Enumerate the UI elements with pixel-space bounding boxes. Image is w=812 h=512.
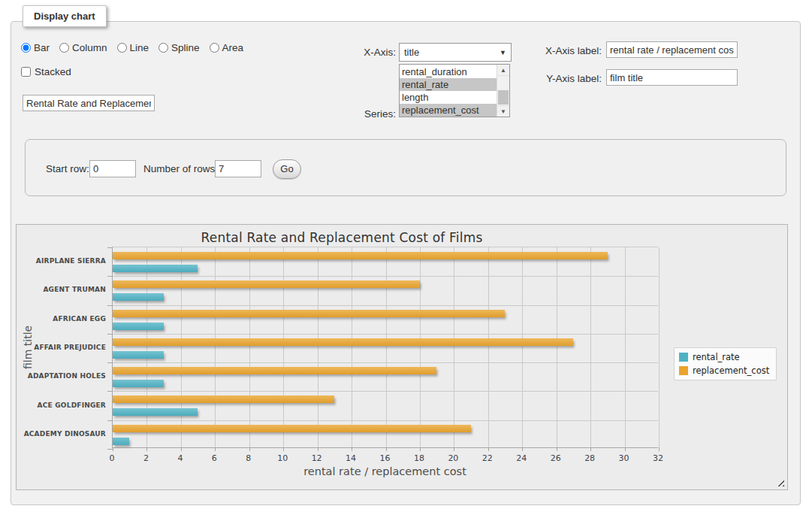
y-axis-tick bbox=[107, 420, 113, 421]
radio-bar[interactable]: Bar bbox=[21, 42, 50, 53]
category-label: ACE GOLDFINGER bbox=[39, 390, 106, 419]
x-tick-label: 26 bbox=[551, 453, 561, 463]
x-gridline bbox=[146, 247, 147, 447]
bar-rental_rate[interactable] bbox=[113, 323, 164, 330]
y-axis-tick bbox=[107, 334, 113, 335]
scrollbar-thumb[interactable] bbox=[498, 90, 509, 105]
radio-area-input[interactable] bbox=[210, 43, 219, 53]
x-tick-label: 6 bbox=[212, 453, 217, 463]
category-label: AGENT TRUMAN bbox=[39, 275, 106, 304]
x-gridline bbox=[420, 247, 421, 447]
x-gridline bbox=[215, 247, 216, 447]
x-axis-label-input[interactable] bbox=[606, 41, 738, 58]
y-axis-label-label: Y-Axis label: bbox=[529, 73, 602, 84]
radio-area-label: Area bbox=[222, 42, 244, 53]
chevron-down-icon: ▼ bbox=[500, 49, 506, 56]
bar-rental_rate[interactable] bbox=[113, 380, 164, 387]
series-label: Series: bbox=[336, 108, 396, 120]
chart-title-input[interactable] bbox=[23, 95, 155, 111]
x-tick-label: 0 bbox=[110, 453, 115, 463]
bar-rental_rate[interactable] bbox=[113, 408, 198, 416]
category-label: AFRICAN EGG bbox=[39, 304, 106, 333]
bar-rental_rate[interactable] bbox=[113, 265, 198, 272]
bar-replacement_cost[interactable] bbox=[113, 425, 471, 432]
series-option[interactable]: rental_rate bbox=[400, 78, 497, 91]
series-option[interactable]: replacement_cost bbox=[400, 104, 497, 117]
bar-replacement_cost[interactable] bbox=[113, 280, 420, 288]
y-axis-label-input[interactable] bbox=[606, 69, 738, 86]
bar-replacement_cost[interactable] bbox=[113, 252, 608, 259]
legend-label: replacement_cost bbox=[693, 365, 769, 376]
series-option[interactable]: rental_duration bbox=[400, 65, 497, 78]
category-label: ACADEMY DINOSAUR bbox=[39, 420, 106, 448]
resize-handle-icon[interactable] bbox=[776, 478, 784, 486]
x-gridline bbox=[590, 247, 591, 447]
x-axis-select[interactable]: title ▼ bbox=[399, 43, 512, 62]
y-gridline bbox=[113, 420, 658, 421]
radio-column[interactable]: Column bbox=[59, 42, 107, 53]
x-axis-tick bbox=[454, 447, 454, 451]
x-gridline bbox=[318, 247, 318, 447]
legend-item-rental_rate[interactable]: rental_rate bbox=[679, 352, 769, 362]
radio-line-label: Line bbox=[130, 42, 149, 53]
bar-rental_rate[interactable] bbox=[113, 293, 164, 301]
go-button[interactable]: Go bbox=[273, 159, 301, 179]
radio-column-label: Column bbox=[72, 42, 107, 53]
x-gridline bbox=[352, 247, 352, 447]
legend-label: rental_rate bbox=[693, 352, 740, 362]
radio-column-input[interactable] bbox=[59, 43, 69, 53]
radio-line[interactable]: Line bbox=[117, 42, 149, 53]
num-rows-input[interactable] bbox=[215, 160, 261, 177]
x-tick-label: 12 bbox=[312, 453, 322, 463]
radio-area[interactable]: Area bbox=[210, 42, 244, 53]
scroll-up-icon[interactable]: ▲ bbox=[497, 65, 509, 76]
x-axis-tick bbox=[386, 447, 387, 451]
x-gridline bbox=[659, 247, 660, 447]
category-label: AFFAIR PREJUDICE bbox=[39, 333, 106, 362]
y-axis-tick bbox=[107, 305, 113, 306]
scroll-down-icon[interactable]: ▼ bbox=[497, 105, 509, 117]
x-tick-label: 28 bbox=[584, 453, 595, 463]
x-axis-tick bbox=[590, 447, 591, 451]
y-gridline bbox=[113, 391, 658, 392]
x-gridline bbox=[249, 247, 250, 447]
y-axis-tick bbox=[107, 391, 113, 392]
series-option[interactable]: length bbox=[400, 91, 497, 104]
chart-title: Rental Rate and Replacement Cost of Film… bbox=[17, 230, 667, 245]
x-tick-label: 16 bbox=[380, 453, 391, 463]
bar-replacement_cost[interactable] bbox=[113, 310, 505, 317]
bar-replacement_cost[interactable] bbox=[113, 395, 334, 403]
series-scrollbar[interactable]: ▲ ▼ bbox=[497, 65, 509, 117]
series-multiselect[interactable]: rental_duration rental_rate length repla… bbox=[399, 64, 510, 117]
x-axis-title: rental rate / replacement cost bbox=[112, 465, 658, 477]
row-range-panel: Start row: Number of rows: Go bbox=[25, 139, 786, 196]
x-gridline bbox=[557, 247, 557, 447]
x-axis-tick bbox=[557, 447, 557, 451]
legend-swatch bbox=[679, 366, 688, 375]
x-axis-tick bbox=[352, 447, 352, 451]
radio-bar-input[interactable] bbox=[21, 43, 31, 53]
x-tick-label: 20 bbox=[448, 453, 458, 463]
y-axis-tick bbox=[107, 247, 113, 248]
x-axis-tick bbox=[249, 447, 250, 451]
bar-replacement_cost[interactable] bbox=[113, 338, 573, 346]
radio-bar-label: Bar bbox=[34, 42, 50, 53]
start-row-input[interactable] bbox=[89, 160, 136, 177]
category-label: AIRPLANE SIERRA bbox=[39, 247, 106, 275]
x-tick-label: 8 bbox=[246, 453, 251, 463]
radio-line-input[interactable] bbox=[117, 43, 127, 53]
stacked-checkbox[interactable] bbox=[21, 67, 31, 77]
x-tick-label: 2 bbox=[143, 453, 149, 463]
y-axis-tick bbox=[107, 449, 113, 450]
bar-rental_rate[interactable] bbox=[113, 438, 129, 445]
x-tick-label: 14 bbox=[346, 453, 356, 463]
bar-replacement_cost[interactable] bbox=[113, 367, 436, 374]
radio-spline-label: Spline bbox=[171, 42, 200, 53]
x-axis-tick bbox=[420, 447, 421, 451]
x-axis-tick bbox=[146, 447, 147, 451]
x-gridline bbox=[625, 247, 626, 447]
legend-item-replacement_cost[interactable]: replacement_cost bbox=[679, 365, 769, 376]
radio-spline[interactable]: Spline bbox=[158, 42, 200, 53]
radio-spline-input[interactable] bbox=[158, 43, 168, 53]
bar-rental_rate[interactable] bbox=[113, 351, 164, 359]
